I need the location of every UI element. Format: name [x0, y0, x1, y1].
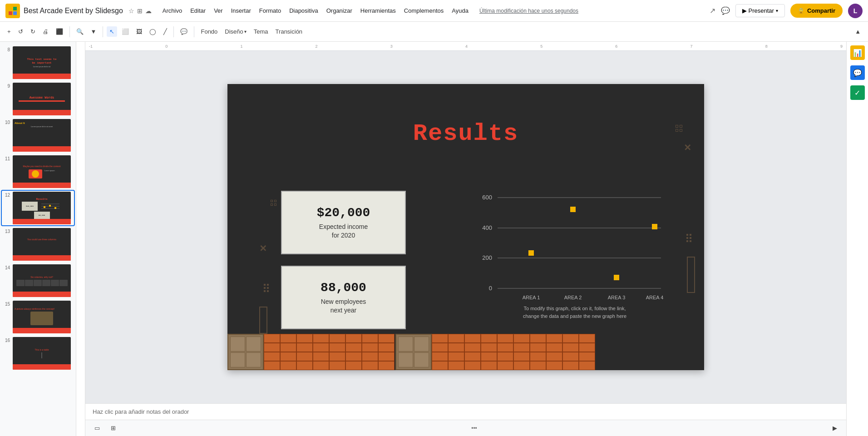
print-btn[interactable]: 🖨 [40, 26, 51, 37]
lock-icon: 🔒 [798, 8, 804, 14]
slide-img-16: This is a table [13, 337, 71, 370]
menu-diapositiva[interactable]: Diapositiva [286, 5, 322, 16]
svg-text:400: 400 [482, 224, 492, 231]
slide-thumb-13[interactable]: 13 You could use three columns [2, 227, 74, 262]
shape-btn[interactable]: ◯ [147, 26, 159, 37]
zoom-level[interactable]: ▼ [88, 26, 99, 37]
slide-img-8: This text seems tobe important Lorem ips… [13, 46, 71, 79]
slide-thumb-15[interactable]: 15 A picture always reinforces the conce… [2, 300, 74, 334]
left-ruler [76, 42, 85, 436]
deco-dots-right [686, 234, 691, 242]
brick-section-2 [432, 334, 704, 370]
line-btn[interactable]: ╱ [161, 26, 170, 37]
slide-thumb-14[interactable]: 14 Six columns, why not? [2, 263, 74, 298]
menu-archivo[interactable]: Archivo [159, 5, 186, 16]
svg-rect-3 [13, 11, 17, 15]
toolbar-sep-2 [103, 26, 103, 37]
menu-items: Archivo Editar Ver Insertar Formato Diap… [159, 5, 472, 16]
cursor-btn[interactable]: ↖ [107, 26, 117, 37]
present-chevron: ▾ [776, 8, 778, 13]
slide-canvas[interactable]: Results ✕ ✕ [227, 84, 704, 370]
svg-text:AREA 1: AREA 1 [523, 295, 540, 300]
deco-rect-left-bottom [259, 307, 267, 334]
share-button[interactable]: 🔒 Compartir [790, 4, 843, 18]
deco-squares-left-top [271, 200, 276, 206]
svg-text:200: 200 [482, 254, 492, 261]
slide-view-grid[interactable]: ⊞ [107, 423, 119, 433]
file-title: Best Arcade Event by Slidesgo [24, 7, 123, 15]
deco-cross-topright: ✕ [684, 143, 691, 152]
textbox-btn[interactable]: ⬜ [119, 26, 132, 37]
present-icon: ▶ [742, 7, 747, 14]
bottom-toolbar: ▭ ⊞ ••• ▶ [85, 420, 846, 436]
right-panel-chat-btn[interactable]: 💬 [850, 65, 865, 80]
menu-organizar[interactable]: Organizar [323, 5, 356, 16]
menu-editar[interactable]: Editar [187, 5, 209, 16]
stone-block-left [227, 334, 264, 370]
menu-complementos[interactable]: Complementos [400, 5, 447, 16]
brick-section-1: // Generate bricks - will be done via JS… [264, 334, 395, 370]
comment-btn[interactable]: 💬 [178, 26, 190, 37]
deco-cross-left: ✕ [259, 243, 267, 254]
deco-dots-left-bottom [264, 284, 269, 292]
stat-income-label: Expected incomefor 2020 [319, 223, 368, 239]
slide-thumb-11[interactable]: 11 Maybe you need to divide the content … [2, 154, 74, 189]
add-slide-btn[interactable]: + [5, 26, 14, 37]
main-area: 8 This text seems tobe important Lorem i… [0, 42, 868, 436]
background-btn[interactable]: Fondo [198, 26, 220, 37]
slide-thumb-12[interactable]: 12 Results $20,000 [2, 191, 74, 225]
present-button[interactable]: ▶ Presentar ▾ [735, 4, 785, 17]
stone-block-middle [395, 334, 432, 370]
transition-btn[interactable]: Transición [273, 26, 305, 37]
slide-img-9: Awesome Words [13, 83, 71, 115]
slide-thumb-9[interactable]: 9 Awesome Words [2, 82, 74, 116]
cloud-icon[interactable]: ☁ [145, 7, 152, 15]
svg-text:AREA 2: AREA 2 [564, 295, 582, 300]
theme-btn[interactable]: Tema [251, 26, 271, 37]
stat-employees-value: 88,000 [321, 281, 366, 295]
deco-rect-right [687, 257, 695, 293]
svg-text:AREA 4: AREA 4 [646, 295, 664, 300]
slide-thumb-10[interactable]: 10 About It Lorem ipsum dolor sit amet [2, 118, 74, 153]
svg-text:AREA 3: AREA 3 [608, 295, 626, 300]
zoom-btn[interactable]: 🔍 [74, 26, 86, 37]
chat-icon: 💬 [721, 6, 730, 15]
image-btn[interactable]: 🖼 [133, 26, 145, 37]
bottom-right: ••• [471, 425, 477, 431]
svg-rect-7 [44, 206, 45, 208]
right-panel-chart-btn[interactable]: 📊 [850, 45, 865, 60]
collapse-btn[interactable]: ▲ [852, 26, 863, 37]
slide-title: Results [413, 120, 518, 147]
design-btn[interactable]: Diseño▾ [222, 26, 249, 37]
grid-icon[interactable]: ⊞ [137, 7, 143, 15]
redo-btn[interactable]: ↻ [28, 26, 38, 37]
slide-thumb-8[interactable]: 8 This text seems tobe important Lorem i… [2, 45, 74, 80]
svg-text:To modify this graph, click on: To modify this graph, click on it, follo… [524, 306, 626, 311]
ruler-top: -10123456789 [85, 42, 846, 51]
slide-thumb-16[interactable]: 16 This is a table [2, 336, 74, 371]
toolbar: + ↺ ↻ 🖨 ⬛ 🔍 ▼ ↖ ⬜ 🖼 ◯ ╱ 💬 Fondo Diseño▾ … [0, 22, 868, 42]
user-avatar[interactable]: L [848, 4, 863, 18]
notes-bar[interactable]: Haz clic para añadir notas del orador [85, 403, 846, 420]
platform: // Generate bricks - will be done via JS… [227, 334, 704, 370]
right-panel-check-btn[interactable]: ✓ [850, 85, 865, 100]
svg-rect-8 [49, 205, 51, 207]
right-panel: 📊 💬 ✓ [846, 42, 868, 436]
svg-text:change the data and paste the : change the data and paste the new graph … [523, 313, 626, 319]
last-saved: Última modificación hace unos segundos [479, 8, 578, 14]
top-bar-right: ↗ 💬 ▶ Presentar ▾ 🔒 Compartir L [710, 4, 863, 18]
expand-btn[interactable]: ▶ [829, 423, 841, 433]
svg-rect-18 [528, 250, 534, 256]
undo-btn[interactable]: ↺ [15, 26, 26, 37]
chart-svg: 600 400 200 0 [470, 179, 679, 329]
menu-ver[interactable]: Ver [210, 5, 227, 16]
slides-panel: 8 This text seems tobe important Lorem i… [0, 42, 76, 436]
chart-area: 600 400 200 0 [470, 179, 679, 329]
menu-insertar[interactable]: Insertar [227, 5, 255, 16]
slide-view-single[interactable]: ▭ [91, 423, 104, 433]
star-icon[interactable]: ☆ [128, 7, 134, 15]
menu-formato[interactable]: Formato [256, 5, 285, 16]
menu-ayuda[interactable]: Ayuda [448, 5, 472, 16]
paint-btn[interactable]: ⬛ [53, 26, 66, 37]
menu-herramientas[interactable]: Herramientas [357, 5, 399, 16]
